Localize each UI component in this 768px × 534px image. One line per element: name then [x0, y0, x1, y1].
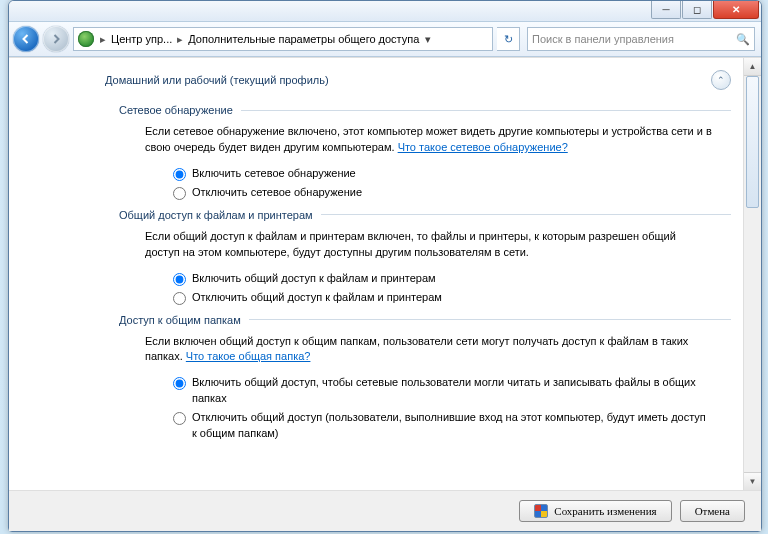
maximize-button[interactable]: ◻ [682, 1, 712, 19]
discovery-option-off[interactable]: Отключить сетевое обнаружение [173, 185, 713, 201]
forward-button[interactable] [43, 26, 69, 52]
refresh-button[interactable]: ↻ [497, 27, 520, 51]
scroll-down-icon[interactable]: ▼ [744, 472, 761, 490]
breadcrumb[interactable]: ▸ Центр упр... ▸ Дополнительные параметр… [73, 27, 493, 51]
cancel-button[interactable]: Отмена [680, 500, 745, 522]
chevron-right-icon: ▸ [97, 33, 109, 46]
save-button[interactable]: Сохранить изменения [519, 500, 671, 522]
search-icon: 🔍 [736, 33, 750, 46]
public-help-link[interactable]: Что такое общая папка? [186, 350, 311, 362]
breadcrumb-current[interactable]: Дополнительные параметры общего доступа [186, 33, 421, 45]
fileshare-option-off[interactable]: Отключить общий доступ к файлам и принте… [173, 290, 713, 306]
fileshare-text: Если общий доступ к файлам и принтерам в… [145, 230, 676, 258]
profile-header[interactable]: Домашний или рабочий (текущий профиль) ⌃ [105, 66, 731, 96]
section-title-discovery: Сетевое обнаружение [119, 104, 233, 116]
scroll-up-icon[interactable]: ▲ [744, 58, 761, 76]
fileshare-option-on[interactable]: Включить общий доступ к файлам и принтер… [173, 271, 713, 287]
minimize-button[interactable]: ─ [651, 1, 681, 19]
collapse-icon[interactable]: ⌃ [711, 70, 731, 90]
section-title-fileshare: Общий доступ к файлам и принтерам [119, 209, 313, 221]
discovery-option-on[interactable]: Включить сетевое обнаружение [173, 166, 713, 182]
public-option-on[interactable]: Включить общий доступ, чтобы сетевые пол… [173, 375, 713, 407]
content-area: Домашний или рабочий (текущий профиль) ⌃… [9, 58, 743, 490]
search-input[interactable]: Поиск в панели управления 🔍 [527, 27, 755, 51]
breadcrumb-dropdown[interactable]: ▾ [421, 28, 435, 50]
scrollbar[interactable]: ▲ ▼ [743, 58, 761, 490]
profile-title: Домашний или рабочий (текущий профиль) [105, 74, 329, 86]
titlebar: ─ ◻ ✕ [9, 1, 761, 22]
chevron-right-icon: ▸ [174, 33, 186, 46]
footer: Сохранить изменения Отмена [9, 490, 761, 531]
back-button[interactable] [13, 26, 39, 52]
navigation-bar: ▸ Центр упр... ▸ Дополнительные параметр… [9, 22, 761, 57]
public-option-off[interactable]: Отключить общий доступ (пользователи, вы… [173, 410, 713, 442]
scroll-thumb[interactable] [746, 76, 759, 208]
window: ─ ◻ ✕ ▸ Центр упр... ▸ Дополнительные па… [8, 0, 762, 532]
search-placeholder: Поиск в панели управления [532, 33, 674, 45]
section-title-public: Доступ к общим папкам [119, 314, 241, 326]
breadcrumb-root[interactable]: Центр упр... [109, 33, 174, 45]
shield-icon [534, 504, 548, 518]
control-panel-icon [78, 31, 94, 47]
discovery-help-link[interactable]: Что такое сетевое обнаружение? [398, 141, 568, 153]
close-button[interactable]: ✕ [713, 1, 759, 19]
